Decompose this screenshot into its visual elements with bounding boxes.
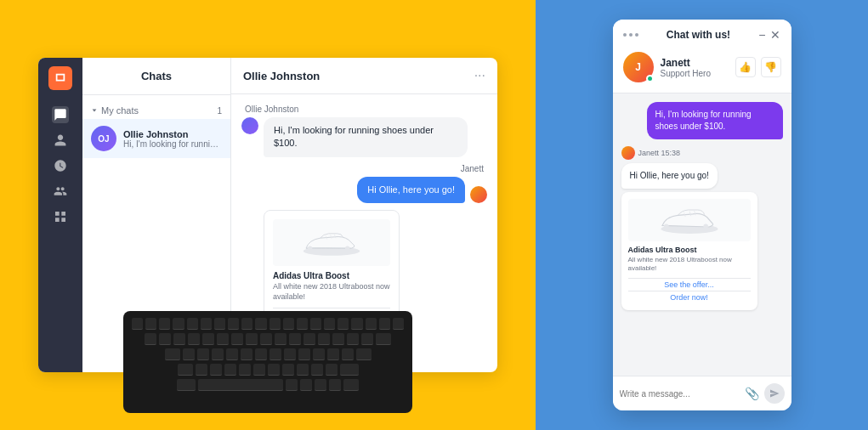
send-button[interactable] [764, 383, 785, 404]
chat-count: 1 [217, 106, 222, 116]
widget-input-area: 📎 [613, 376, 791, 410]
keyboard [123, 311, 412, 413]
sidebar-item-team[interactable] [52, 183, 69, 200]
agent-message-bubble: Hi Ollie, here you go! [357, 177, 465, 203]
product-image [273, 219, 390, 266]
widget-agent-label: Janett 15:38 [621, 146, 783, 160]
sidebar-item-contacts[interactable] [52, 132, 69, 149]
widget-header: Chat with us! − ✕ J Janett Support Hero … [613, 20, 791, 93]
svg-point-1 [308, 246, 312, 251]
close-button[interactable]: ✕ [770, 28, 780, 42]
widget-agent-text: Janett Support Hero [661, 57, 729, 78]
widget-product-image [628, 199, 751, 241]
chat-avatar: OJ [91, 126, 116, 151]
sidebar-item-clock[interactable] [52, 157, 69, 174]
widget-controls: − ✕ [758, 28, 780, 42]
my-chats-label: My chats 1 [82, 102, 230, 119]
sender-label: Ollie Johnston [241, 105, 487, 114]
left-section: Chats My chats 1 OJ Ollie Johnston Hi, I… [0, 0, 536, 430]
minimize-button[interactable]: − [758, 28, 765, 42]
chat-widget-window: Chat with us! − ✕ J Janett Support Hero … [613, 20, 791, 410]
attach-icon[interactable]: 📎 [745, 387, 759, 400]
widget-product-card: Adidas Ultra Boost All white new 2018 Ul… [621, 192, 757, 310]
widget-agent-message-bubble: Hi Ollie, here you go! [621, 163, 718, 189]
product-desc: All white new 2018 Ultraboost now availa… [273, 282, 390, 302]
chat-header: Ollie Johnston ··· [231, 58, 497, 94]
message-row-user: Ollie Johnston Hi, I'm looking for runni… [241, 105, 487, 157]
widget-dots [623, 33, 638, 37]
chat-preview: Hi, I'm looking for running shoes... [123, 139, 222, 149]
widget-messages-area: Hi, I'm looking for running shoes under … [613, 93, 791, 376]
widget-agent-avatar: J [623, 52, 654, 82]
sidebar-item-grid[interactable] [52, 208, 69, 225]
widget-feedback-buttons: 👍 👎 [735, 57, 781, 77]
widget-title: Chat with us! [667, 29, 730, 41]
widget-product-desc: All white new 2018 Ultraboost now availa… [628, 256, 751, 274]
chat-list-item[interactable]: OJ Ollie Johnston Hi, I'm looking for ru… [82, 119, 230, 158]
thumbs-down-button[interactable]: 👎 [761, 57, 781, 77]
svg-point-2 [345, 246, 349, 251]
app-logo [48, 66, 72, 90]
agent-sender-label: Janett [457, 164, 487, 173]
product-name: Adidas Ultra Boost [273, 271, 390, 280]
widget-agent-timestamp: Janett 15:38 [638, 149, 681, 157]
sidebar [38, 58, 82, 372]
my-chats-text: My chats [101, 105, 139, 116]
sidebar-item-chat[interactable] [52, 106, 69, 123]
widget-agent-info: J Janett Support Hero 👍 👎 [623, 47, 781, 86]
chat-contact-name: Ollie Johnston [243, 70, 320, 82]
my-chats-section: My chats 1 OJ Ollie Johnston Hi, I'm loo… [82, 95, 230, 165]
widget-agent-name: Janett [661, 57, 729, 69]
widget-small-avatar [621, 146, 635, 160]
chat-name: Ollie Johnston [123, 129, 222, 139]
thumbs-up-button[interactable]: 👍 [735, 57, 756, 77]
widget-agent-message-row: Janett 15:38 Hi Ollie, here you go! [621, 146, 783, 310]
user-message-with-avatar: Hi, I'm looking for running shoes under … [241, 117, 487, 157]
message-row-agent: Janett Hi Ollie, here you go! [241, 164, 487, 203]
widget-message-input[interactable] [620, 389, 740, 399]
widget-product-link-order[interactable]: Order now! [628, 291, 751, 303]
online-indicator [646, 75, 654, 82]
chat-info: Ollie Johnston Hi, I'm looking for runni… [123, 129, 222, 149]
widget-product-link-offer[interactable]: See the offer... [628, 278, 751, 291]
user-message-bubble: Hi, I'm looking for running shoes under … [264, 117, 468, 157]
right-section: Chat with us! − ✕ J Janett Support Hero … [536, 0, 868, 430]
user-avatar [241, 117, 258, 134]
more-options-icon[interactable]: ··· [474, 68, 485, 83]
chats-panel-header: Chats [82, 58, 230, 95]
widget-user-message: Hi, I'm looking for running shoes under … [647, 102, 783, 139]
svg-point-5 [703, 223, 708, 229]
agent-avatar [470, 186, 487, 203]
widget-top-bar: Chat with us! − ✕ [623, 28, 781, 42]
widget-agent-role: Support Hero [661, 69, 729, 78]
widget-product-name: Adidas Ultra Boost [628, 246, 751, 254]
svg-point-4 [664, 223, 669, 229]
